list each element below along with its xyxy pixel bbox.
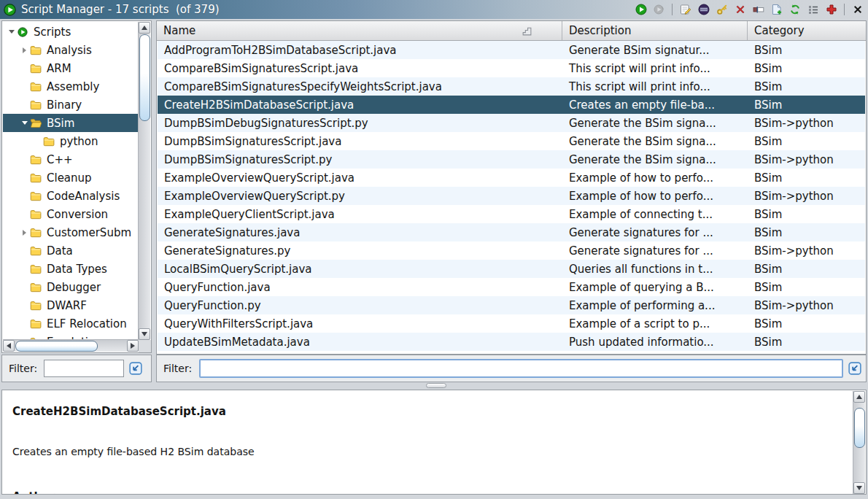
toolbar-separator: [844, 4, 845, 15]
tree-item-codeanalysis[interactable]: CodeAnalysis: [3, 187, 138, 205]
scroll-right-button[interactable]: [127, 340, 139, 352]
table-row-localbsimqueryscript-java[interactable]: LocalBSimQueryScript.javaQueries all fun…: [158, 260, 865, 278]
cell-description: Generate the BSim signa...: [562, 117, 748, 130]
run-script-button[interactable]: [635, 4, 647, 16]
table-row-querywithfiltersscript-java[interactable]: QueryWithFiltersScript.javaExample of a …: [158, 314, 865, 333]
table-row-createh2bsimdatabasescript-java[interactable]: CreateH2BSimDatabaseScript.javaCreates a…: [158, 96, 865, 114]
table-row-addprogramtoh2bsimdatabasescript-java[interactable]: AddProgramToH2BSimDatabaseScript.javaGen…: [158, 41, 865, 59]
folder-icon: [30, 45, 43, 55]
run-last-script-button[interactable]: [653, 4, 665, 16]
script-directories-button[interactable]: [807, 4, 819, 16]
tree-item-arm[interactable]: ARM: [3, 59, 138, 77]
tree-item-label: Binary: [47, 98, 82, 112]
expand-icon[interactable]: [19, 47, 30, 53]
ghidra-api-help-button[interactable]: [825, 4, 837, 16]
folder-icon: [43, 136, 56, 147]
edit-script-button[interactable]: [679, 4, 691, 16]
cell-name: ExampleQueryClientScript.java: [158, 208, 562, 221]
tree-item-dwarf[interactable]: DWARF: [3, 296, 138, 314]
tree-rows: ScriptsAnalysisARMAssemblyBinaryBSimpyth…: [3, 23, 138, 340]
tree-item-scripts[interactable]: Scripts: [3, 23, 138, 41]
table-row-exampleoverviewqueryscript-java[interactable]: ExampleOverviewQueryScript.javaExample o…: [158, 169, 865, 187]
scrollbar-corner: [139, 340, 151, 352]
tree-filter-label: Filter:: [9, 363, 37, 374]
cell-description: Generate signatures for ...: [562, 226, 748, 239]
cell-description: This script will print info...: [562, 80, 748, 93]
cell-name: CompareBSimSignaturesScript.java: [158, 62, 562, 75]
splitter-handle[interactable]: [426, 383, 446, 388]
tree-item-customersubm[interactable]: CustomerSubm: [3, 223, 138, 241]
tree-item-cleanup[interactable]: Cleanup: [3, 169, 138, 187]
scroll-up-button[interactable]: [853, 391, 865, 403]
table-filter-options-icon[interactable]: [848, 362, 861, 375]
table-row-dumpbsimsignaturesscript-java[interactable]: DumpBSimSignaturesScript.javaGenerate th…: [158, 132, 865, 150]
scroll-down-button[interactable]: [139, 328, 150, 340]
scroll-down-button[interactable]: [853, 482, 865, 494]
scrollbar-thumb[interactable]: [139, 34, 150, 121]
table-row-comparebsimsignaturesspecifyweightsscript-java[interactable]: CompareBSimSignaturesSpecifyWeightsScrip…: [158, 77, 865, 96]
scrollbar-thumb[interactable]: [15, 341, 98, 352]
scrollbar-thumb[interactable]: [854, 408, 865, 448]
collapse-icon[interactable]: [6, 30, 17, 34]
new-script-button[interactable]: [770, 4, 783, 16]
detail-script-description: Creates an empty file-based H2 BSim data…: [12, 446, 255, 457]
tree-item-label: Cleanup: [47, 171, 92, 185]
titlebar[interactable]: Script Manager - 17 scripts (of 379): [0, 0, 868, 19]
toolbar: [635, 0, 864, 19]
scroll-up-button[interactable]: [139, 22, 150, 34]
eclipse-button[interactable]: [697, 4, 710, 16]
table-row-examplequeryclientscript-java[interactable]: ExampleQueryClientScript.javaExample of …: [158, 205, 865, 223]
table-row-queryfunction-java[interactable]: QueryFunction.javaExample of querying a …: [158, 278, 865, 296]
tree-item-bsim[interactable]: BSim: [3, 114, 138, 132]
table-row-dumpbsimsignaturesscript-py[interactable]: DumpBSimSignaturesScript.pyGenerate the …: [158, 150, 865, 169]
table-row-queryfunction-py[interactable]: QueryFunction.pyExample of performing a.…: [158, 296, 865, 314]
tree-item-c[interactable]: C++: [3, 150, 138, 169]
table-filter-bar: Filter:: [156, 355, 867, 382]
tree-item-label: ARM: [47, 62, 71, 75]
cell-description: Generate signatures for ...: [562, 244, 748, 258]
table-row-dumpbsimdebugsignaturesscript-py[interactable]: DumpBSimDebugSignaturesScript.pyGenerate…: [158, 114, 865, 132]
scroll-left-button[interactable]: [3, 340, 15, 352]
tree-item-data[interactable]: Data: [3, 241, 138, 260]
rename-script-button[interactable]: [752, 4, 764, 16]
cell-name: QueryFunction.py: [158, 299, 562, 312]
tree-item-elf-relocation[interactable]: ELF Relocation: [3, 314, 138, 333]
tree-filter-input[interactable]: [44, 360, 124, 377]
table-row-generatesignatures-java[interactable]: GenerateSignatures.javaGenerate signatur…: [158, 223, 865, 241]
cell-name: DumpBSimSignaturesScript.java: [158, 135, 562, 148]
table-row-updatebsimmetadata-java[interactable]: UpdateBSimMetadata.javaPush updated info…: [158, 333, 865, 351]
table-row-generatesignatures-py[interactable]: GenerateSignatures.pyGenerate signatures…: [158, 241, 865, 260]
folder-icon: [30, 227, 43, 238]
refresh-button[interactable]: [788, 4, 801, 16]
table-row-comparebsimsignaturesscript-java[interactable]: CompareBSimSignaturesScript.javaThis scr…: [158, 59, 865, 77]
tree-item-binary[interactable]: Binary: [3, 96, 138, 114]
cell-name: ExampleOverviewQueryScript.java: [158, 171, 562, 185]
close-button[interactable]: [851, 4, 864, 16]
tree-item-data-types[interactable]: Data Types: [3, 260, 138, 278]
table-row-exampleoverviewqueryscript-py[interactable]: ExampleOverviewQueryScript.pyExample of …: [158, 187, 865, 205]
collapse-icon[interactable]: [19, 121, 30, 125]
expand-icon[interactable]: [19, 230, 30, 236]
column-header-name[interactable]: Name: [157, 21, 562, 40]
cell-category: BSim: [748, 317, 865, 330]
tree-item-python[interactable]: python: [3, 132, 138, 150]
column-header-category[interactable]: Category: [748, 21, 866, 40]
tree-item-analysis[interactable]: Analysis: [3, 41, 138, 59]
cell-description: Example of how to perfo...: [562, 171, 748, 185]
tree-item-debugger[interactable]: Debugger: [3, 278, 138, 296]
tree-filter-options-icon[interactable]: [129, 362, 142, 375]
cell-category: BSim->python: [748, 244, 865, 258]
folder-icon: [30, 190, 43, 201]
horizontal-splitter[interactable]: [0, 382, 868, 390]
toolbar-separator: [672, 4, 673, 15]
column-header-description[interactable]: Description: [562, 21, 748, 40]
tree-item-assembly[interactable]: Assembly: [3, 77, 138, 96]
key-binding-button[interactable]: [716, 4, 728, 16]
cell-description: Example of querying a B...: [562, 281, 748, 294]
table-filter-input[interactable]: [199, 359, 843, 378]
delete-script-button[interactable]: [734, 4, 746, 16]
tree-item-conversion[interactable]: Conversion: [3, 205, 138, 223]
sort-indicator-icon: [522, 26, 532, 36]
tree-item-label: Data: [47, 244, 73, 258]
folder-icon: [30, 209, 43, 220]
